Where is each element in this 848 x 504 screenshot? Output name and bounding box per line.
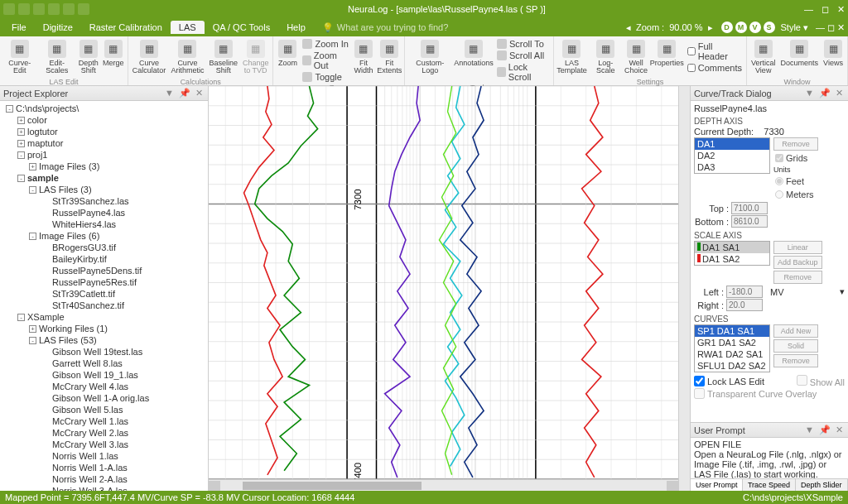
tree-toggle-icon[interactable]: - xyxy=(17,314,25,321)
tvd-button[interactable]: ▦Change to TVD xyxy=(241,38,271,77)
docs-button[interactable]: ▦Documents xyxy=(778,38,820,77)
tab-depth-slider[interactable]: Depth Slider xyxy=(796,479,848,491)
tree-node[interactable]: Norris Well 1.las xyxy=(0,450,208,462)
menu-digitize[interactable]: Digitize xyxy=(35,21,81,34)
vertical-scrollbar[interactable] xyxy=(679,86,691,491)
close-doc-icon[interactable]: ✕ xyxy=(837,22,845,33)
zoom-indicator[interactable]: ◂ Zoom : 90.00 % ▸ xyxy=(626,22,713,33)
menu-help[interactable]: Help xyxy=(278,21,314,34)
tree-node[interactable]: +logtutor xyxy=(0,126,208,137)
close-panel-icon[interactable]: ✕ xyxy=(834,88,845,98)
tree-node[interactable]: Norris Well 1-A.las xyxy=(0,462,208,473)
tree-node[interactable]: -sample xyxy=(0,172,208,184)
zoom-in-button[interactable]: Zoom In xyxy=(301,38,350,50)
zoom-out-button[interactable]: Zoom Out xyxy=(301,50,350,71)
restore-icon[interactable]: ◻ xyxy=(827,22,835,33)
dropdown-icon[interactable]: ▼ xyxy=(803,425,816,435)
tree-toggle-icon[interactable]: - xyxy=(29,233,36,240)
tree-toggle-icon[interactable]: + xyxy=(29,325,36,333)
scrollto-button[interactable]: Scroll To xyxy=(495,38,551,50)
style-label[interactable]: Style xyxy=(781,22,801,32)
close-icon[interactable]: ✕ xyxy=(837,4,845,15)
curve-calc-button[interactable]: ▦Curve Calculator xyxy=(131,38,168,77)
log-chart-area[interactable]: 7300 7400 xyxy=(209,86,679,491)
tree-node[interactable]: Gibson Well 1-A orig.las xyxy=(0,392,208,404)
remove-button[interactable]: Remove xyxy=(773,354,818,367)
tree-node[interactable]: McCrary Well 2.las xyxy=(0,427,208,439)
tree-node[interactable]: Gibson Well 19test.las xyxy=(0,346,208,358)
right-input[interactable] xyxy=(726,299,763,311)
pin-icon[interactable]: 📌 xyxy=(817,425,832,435)
list-item[interactable]: DA1 SA2 xyxy=(695,253,769,265)
tree-node[interactable]: RusselPayne5Res.tif xyxy=(0,276,208,288)
list-item[interactable]: DA1 xyxy=(695,138,769,150)
tree-toggle-icon[interactable]: - xyxy=(17,151,25,159)
maximize-icon[interactable]: ◻ xyxy=(822,4,829,15)
scroll-thumb[interactable] xyxy=(243,482,422,490)
menu-raster-calibration[interactable]: Raster Calibration xyxy=(81,21,171,34)
close-panel-icon[interactable]: ✕ xyxy=(194,88,205,98)
tree-node[interactable]: +Image Files (3) xyxy=(0,161,208,172)
tree-node[interactable]: -Image Files (6) xyxy=(0,230,208,242)
tree-node[interactable]: BRogersGU3.tif xyxy=(0,242,208,253)
tree-node[interactable]: RusselPayne4.las xyxy=(0,207,208,218)
tree-node[interactable]: +maptutor xyxy=(0,137,208,149)
annot-button[interactable]: ▦Annotations xyxy=(454,38,494,83)
tree-node[interactable]: +color xyxy=(0,114,208,126)
dropdown-icon[interactable]: ▼ xyxy=(163,88,176,98)
list-item[interactable]: DA1 SA1 xyxy=(695,242,769,253)
fit-width-button[interactable]: ▦Fit Width xyxy=(352,38,375,83)
zoom-button[interactable]: ▦Zoom xyxy=(276,38,299,83)
style-icon-d[interactable]: D xyxy=(721,22,733,33)
search-box[interactable]: 💡 What are you trying to find? xyxy=(322,22,449,33)
style-icon-s[interactable]: S xyxy=(764,22,775,33)
close-panel-icon[interactable]: ✕ xyxy=(834,425,845,435)
scroll-left-icon[interactable] xyxy=(209,481,220,491)
dropdown-icon[interactable]: ▾ xyxy=(840,286,845,297)
addnew-button[interactable]: Add New xyxy=(773,324,818,338)
tree-node[interactable]: -LAS Files (3) xyxy=(0,184,208,195)
lock-las-checkbox[interactable] xyxy=(694,376,705,386)
addbackup-button[interactable]: Add Backup xyxy=(773,256,822,269)
qat-icon[interactable] xyxy=(3,3,15,15)
tree-toggle-icon[interactable]: + xyxy=(17,117,25,124)
comments-checkbox[interactable]: Comments xyxy=(686,62,744,74)
props-button[interactable]: ▦Properties xyxy=(650,38,684,77)
chart-body[interactable]: 7300 7400 xyxy=(209,86,678,479)
tree-node[interactable]: Norris Well 2-A.las xyxy=(0,473,208,485)
edit-scales-button[interactable]: ▦Edit-Scales xyxy=(39,38,75,77)
scroll-right-icon[interactable] xyxy=(667,481,678,491)
dropdown-icon[interactable]: ▼ xyxy=(803,88,816,98)
tree-node[interactable]: McCrary Well 1.las xyxy=(0,415,208,427)
min-ribbon-icon[interactable]: — xyxy=(816,22,825,32)
tree-toggle-icon[interactable]: - xyxy=(29,337,36,344)
fullhdr-checkbox[interactable]: Full Header xyxy=(686,41,744,62)
tree-node[interactable]: McCrary Well 4.las xyxy=(0,381,208,392)
pin-icon[interactable]: 📌 xyxy=(817,88,832,98)
tree-node[interactable]: WhiteHiers4.las xyxy=(0,218,208,230)
top-input[interactable] xyxy=(731,202,768,214)
style-icon-m[interactable]: M xyxy=(735,22,747,33)
feet-radio[interactable] xyxy=(775,177,783,185)
list-item[interactable]: RWA1 DA2 SA1 xyxy=(695,348,769,360)
qat-icon[interactable] xyxy=(18,3,30,15)
views-button[interactable]: ▦Views xyxy=(822,38,845,77)
showall-checkbox[interactable] xyxy=(797,375,807,386)
style-dropdown-icon[interactable]: ▾ xyxy=(803,22,808,33)
tree-node[interactable]: StTr39Sanchez.las xyxy=(0,195,208,207)
qat-icon[interactable] xyxy=(33,3,45,15)
project-tree[interactable]: -C:\nds\projects\+color+logtutor+maptuto… xyxy=(0,101,208,491)
curves-list[interactable]: SP1 DA1 SA1GR1 DA1 SA2RWA1 DA2 SA1SFLU1 … xyxy=(694,324,770,372)
qat-icon[interactable] xyxy=(63,3,75,15)
lockscroll-button[interactable]: Lock Scroll xyxy=(495,61,551,83)
tree-node[interactable]: Gibson Well 19_1.las xyxy=(0,369,208,381)
tree-toggle-icon[interactable]: + xyxy=(17,140,25,147)
logscale-button[interactable]: ▦Log-Scale xyxy=(589,38,623,77)
tab-trace-speed[interactable]: Trace Speed xyxy=(743,479,795,491)
qat-icon[interactable] xyxy=(78,3,89,15)
baseline-button[interactable]: ▦Baseline Shift xyxy=(207,38,239,77)
tree-toggle-icon[interactable]: - xyxy=(29,186,36,194)
tree-node[interactable]: +Working Files (1) xyxy=(0,323,208,334)
menu-qa-qc-tools[interactable]: QA / QC Tools xyxy=(205,21,279,34)
scrollall-button[interactable]: Scroll All xyxy=(495,50,551,61)
